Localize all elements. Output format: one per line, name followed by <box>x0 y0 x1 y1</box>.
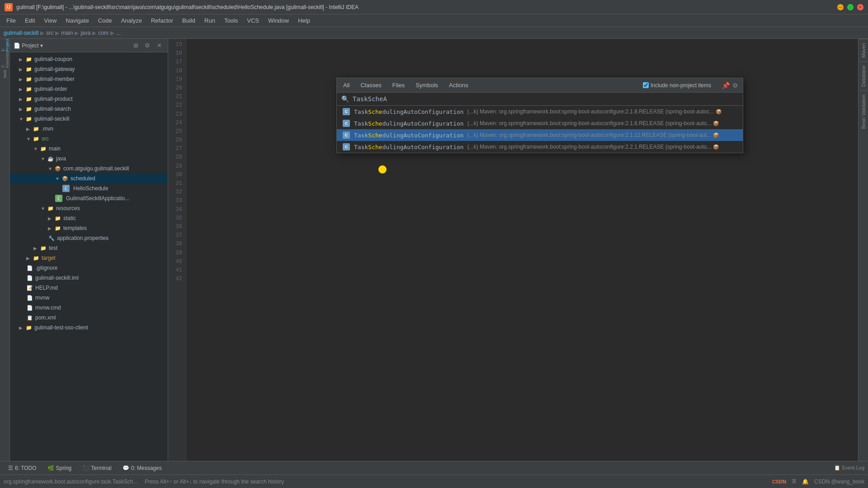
tree-item-package[interactable]: ▼ 📦 com.atguigu.gulimall.seckill <box>10 164 168 174</box>
tree-item-hello-schedule[interactable]: C HelloSchedule <box>10 183 168 193</box>
include-non-project-text: Include non-project items <box>651 82 711 89</box>
result-location-3: (...k) Maven: org.springframework.boot:s… <box>467 132 712 138</box>
search-popup: All Classes Files Symbols Actions Includ… <box>336 78 743 153</box>
notification-icon: 🔔 <box>802 479 809 485</box>
tree-item-scheduled[interactable]: ▼ 📦 scheduled <box>10 174 168 183</box>
project-tool-btn[interactable]: 1: Project <box>0 41 9 50</box>
breadcrumb-item[interactable]: main <box>61 30 73 36</box>
tree-item-help-md[interactable]: 📝 HELP.md <box>10 283 168 293</box>
tree-item-target[interactable]: ▶ 📁 target <box>10 253 168 263</box>
project-label: 📄 Project ▾ <box>14 42 43 49</box>
tree-item-gulimall-order[interactable]: ▶ 📁 gulimall-order <box>10 84 168 94</box>
favorites-tool-btn[interactable]: 2: Favorites <box>0 55 9 64</box>
bottom-tab-messages[interactable]: 💬 0: Messages <box>118 463 166 473</box>
collapse-all-btn[interactable]: ⊞ <box>131 41 141 51</box>
settings-btn[interactable]: ⚙ <box>142 41 152 51</box>
menu-file[interactable]: File <box>2 15 20 26</box>
status-hint: Press Alt+↑ or Alt+↓ to navigate through… <box>145 479 765 485</box>
result-jar-icon-3: 📦 <box>713 132 719 138</box>
tree-item-main[interactable]: ▼ 📁 main <box>10 144 168 154</box>
bottom-tab-spring[interactable]: 🌿 Spring <box>43 463 76 473</box>
menu-build[interactable]: Build <box>178 15 200 26</box>
close-button[interactable]: ✕ <box>857 4 863 10</box>
window-controls[interactable]: — □ ✕ <box>837 4 863 10</box>
tree-item-src[interactable]: ▼ 📁 src <box>10 134 168 144</box>
tree-item-resources[interactable]: ▼ 📁 resources <box>10 203 168 213</box>
tree-item-gulimall-search[interactable]: ▶ 📁 gulimall-search <box>10 104 168 114</box>
right-tab-database[interactable]: Database <box>859 61 868 90</box>
tree-item-static[interactable]: ▶ 📁 static <box>10 213 168 223</box>
tree-item-gulimall-seckill[interactable]: ▼ 📁 gulimall-seckill <box>10 114 168 124</box>
menu-tools[interactable]: Tools <box>220 15 242 26</box>
search-tab-actions[interactable]: Actions <box>447 81 470 89</box>
menu-window[interactable]: Window <box>264 15 293 26</box>
result-item-2[interactable]: C TaskSchedulingAutoConfiguration (...k)… <box>337 117 743 129</box>
search-tab-classes[interactable]: Classes <box>359 81 383 89</box>
menu-code[interactable]: Code <box>94 15 117 26</box>
include-non-project-checkbox[interactable] <box>643 82 649 88</box>
tree-item-java[interactable]: ▼ ☕ java <box>10 154 168 164</box>
breadcrumb-item[interactable]: gulimall-seckill <box>4 30 38 36</box>
bottom-tab-terminal[interactable]: ⬛ Terminal <box>78 463 116 473</box>
hide-btn[interactable]: ✕ <box>154 41 164 51</box>
search-input-bar[interactable]: 🔍 <box>337 93 743 106</box>
result-name-1: TaskSchedulingAutoConfiguration <box>354 108 464 115</box>
search-tab-all[interactable]: All <box>341 81 351 89</box>
result-item-4[interactable]: C TaskSchedulingAutoConfiguration (...k)… <box>337 141 743 153</box>
status-left-text: org.springframework.boot.autoconfigure.t… <box>4 479 137 485</box>
result-name-3: TaskSchedulingAutoConfiguration <box>354 132 464 139</box>
breadcrumb-item[interactable]: java <box>80 30 90 36</box>
tree-item-iml[interactable]: 📄 gulimall-seckill.iml <box>10 273 168 283</box>
tree-item-gitignore[interactable]: 📄 .gitignore <box>10 263 168 273</box>
search-input[interactable] <box>353 95 738 103</box>
breadcrumb-item[interactable]: ... <box>116 30 121 36</box>
status-right: CSDN 英 🔔 CSDN @wang_book <box>772 478 864 485</box>
menu-run[interactable]: Run <box>200 15 220 26</box>
menu-vcs[interactable]: VCS <box>242 15 264 26</box>
result-jar-icon-1: 📦 <box>716 109 722 115</box>
right-tab-bean-validation[interactable]: Bean Validation <box>859 90 868 132</box>
tree-item-application-properties[interactable]: 🔧 application.properties <box>10 233 168 243</box>
menu-edit[interactable]: Edit <box>20 15 39 26</box>
tree-item-mvnw-cmd[interactable]: 📄 mvnw.cmd <box>10 303 168 313</box>
menu-bar: File Edit View Navigate Code Analyze Ref… <box>0 14 868 27</box>
search-icon: 🔍 <box>341 95 349 103</box>
spring-label: Spring <box>56 465 72 471</box>
tree-item-mvnw[interactable]: 📄 mvnw <box>10 293 168 303</box>
search-tab-symbols[interactable]: Symbols <box>414 81 440 89</box>
include-non-project-label: Include non-project items <box>643 82 711 89</box>
filter-icon[interactable]: ⚙ <box>732 82 738 89</box>
app-icon: IJ <box>5 3 13 11</box>
right-sidebar: Maven Database Bean Validation <box>858 39 868 461</box>
result-icon-1: C <box>342 108 350 116</box>
web-tool-btn[interactable]: Web <box>0 70 9 79</box>
tree-item-templates[interactable]: ▶ 📁 templates <box>10 223 168 233</box>
result-item-3[interactable]: C TaskSchedulingAutoConfiguration (...k)… <box>337 129 743 141</box>
result-item-1[interactable]: C TaskSchedulingAutoConfiguration (...k)… <box>337 106 743 117</box>
menu-refactor[interactable]: Refactor <box>146 15 178 26</box>
bottom-tab-todo[interactable]: ☰ 6: TODO <box>4 463 41 473</box>
tree-item-gulimall-gateway[interactable]: ▶ 📁 gulimall-gateway <box>10 64 168 74</box>
tree-item-gulimall-test-sso-client[interactable]: ▶ 📁 gulimall-test-sso-client <box>10 323 168 333</box>
tree-item-gulimall-product[interactable]: ▶ 📁 gulimall-product <box>10 94 168 104</box>
breadcrumb-item[interactable]: src <box>46 30 53 36</box>
menu-navigate[interactable]: Navigate <box>61 15 93 26</box>
maximize-button[interactable]: □ <box>847 4 854 10</box>
tree-item-mvn[interactable]: ▶ 📁 .mvn <box>10 124 168 134</box>
csdn-icon: CSDN <box>772 479 786 484</box>
breadcrumb-item[interactable]: com <box>98 30 108 36</box>
minimize-button[interactable]: — <box>837 4 844 10</box>
right-tab-maven[interactable]: Maven <box>859 39 868 61</box>
tree-item-gulimall-coupon[interactable]: ▶ 📁 gulimall-coupon <box>10 54 168 64</box>
menu-help[interactable]: Help <box>293 15 315 26</box>
tree-item-gulimall-member[interactable]: ▶ 📁 gulimall-member <box>10 74 168 84</box>
tree-item-test[interactable]: ▶ 📁 test <box>10 243 168 253</box>
tree-item-pom-xml[interactable]: 📋 pom.xml <box>10 313 168 323</box>
menu-view[interactable]: View <box>39 15 61 26</box>
pin-icon[interactable]: 📌 <box>722 82 730 89</box>
menu-analyze[interactable]: Analyze <box>117 15 146 26</box>
event-log-label[interactable]: 📋 Event Log <box>834 465 864 471</box>
tree-item-gulimall-seckill-app[interactable]: C GulimallSeckillApplicatio... <box>10 193 168 203</box>
search-tab-files[interactable]: Files <box>391 81 406 89</box>
status-user: 英 <box>792 478 797 485</box>
